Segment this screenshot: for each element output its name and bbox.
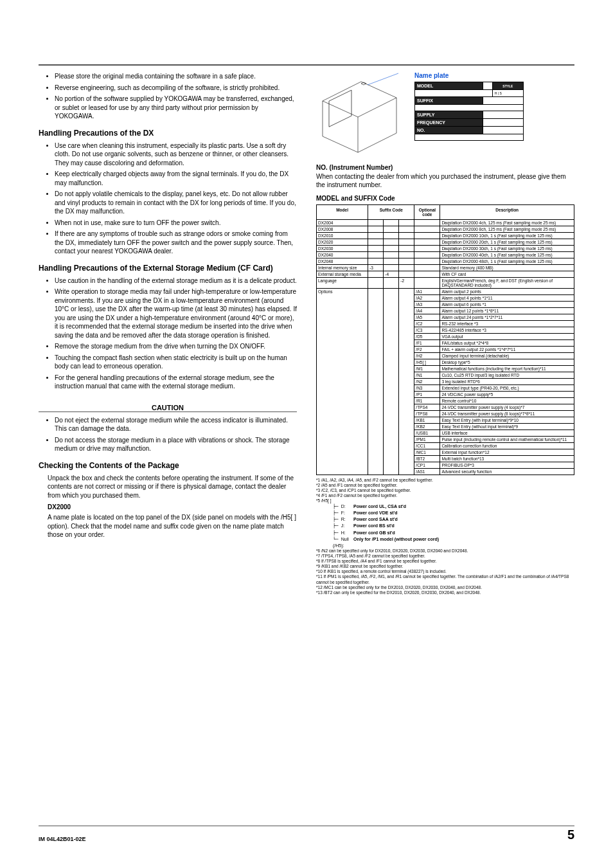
option-code: /M1 bbox=[414, 365, 440, 372]
option-desc: Pulse input (including remote control an… bbox=[440, 436, 574, 442]
lang-desc: English/German/French, deg F, and DST (E… bbox=[440, 277, 574, 288]
np-style: STYLE bbox=[492, 82, 523, 90]
model-cell: DX2010 bbox=[317, 232, 368, 239]
power-cord-row: J:Power cord BS st'd bbox=[333, 523, 574, 529]
power-cord-row: Null (/H5):Only for /P1 model (without p… bbox=[333, 536, 574, 548]
dx-precautions-list: Use care when cleaning this instrument, … bbox=[39, 141, 297, 256]
nameplate-table: MODEL STYLE H | S SUFFIX SUPPLY FREQUENC… bbox=[414, 82, 524, 141]
ext-desc: With CF card bbox=[440, 271, 574, 277]
package-heading: Checking the Contents of the Package bbox=[39, 461, 297, 470]
model-desc: Daqstation DX2000 48ch, 1 s (Fast sampli… bbox=[440, 258, 574, 264]
footnote: *3 /C2, /C3, and /CP1 cannot be specifie… bbox=[316, 488, 574, 493]
option-code: /KB1 bbox=[414, 417, 440, 423]
model-cell: DX2004 bbox=[317, 219, 368, 226]
option-code: /C2 bbox=[414, 320, 440, 327]
page: Please store the original media containi… bbox=[0, 0, 613, 868]
option-desc: Calibration correction function bbox=[440, 442, 574, 449]
option-desc: Alarm output 12 points *1*8*11 bbox=[440, 307, 574, 314]
option-desc: Alarm output 6 points *1 bbox=[440, 301, 574, 307]
list-item: Write operation to storage media may fai… bbox=[55, 287, 297, 339]
option-desc: 24 VDC/AC power supply*5 bbox=[440, 391, 574, 397]
np-supply: SUPPLY bbox=[415, 111, 483, 119]
footnote: *8 If /TPS8 is specified, /A4 and /F1 ca… bbox=[316, 559, 574, 564]
option-code: /USB1 bbox=[414, 429, 440, 436]
ext-precautions-heading: Handling Precautions of the External Sto… bbox=[39, 264, 297, 273]
svg-rect-0 bbox=[329, 90, 351, 127]
footnote: *1 /A1, /A2, /A3, /A4, /A5, and /F2 cann… bbox=[316, 478, 574, 483]
option-code: /KB2 bbox=[414, 423, 440, 429]
doc-number: IM 04L42B01-02E bbox=[39, 836, 86, 842]
option-desc: RS-232 interface *3 bbox=[440, 320, 574, 327]
np-suffix: SUFFIX bbox=[415, 97, 483, 105]
list-item: Do not access the storage medium in a pl… bbox=[55, 436, 297, 453]
th-suffix: Suffix Code bbox=[368, 204, 414, 219]
mem-desc: Standard memory (400 MB) bbox=[440, 264, 574, 271]
th-opt: Optional code bbox=[414, 204, 440, 219]
model-desc: Daqstation DX2000 8ch, 125 ms (Fast samp… bbox=[440, 226, 574, 232]
package-paragraph: Unpack the box and check the contents be… bbox=[48, 474, 297, 500]
list-item: When not in use, make sure to turn OFF t… bbox=[55, 219, 297, 228]
top-rule bbox=[39, 64, 574, 66]
caution-list: Do not eject the external storage medium… bbox=[39, 416, 297, 453]
page-number: 5 bbox=[567, 827, 574, 842]
option-desc: Mathematical functions (including the re… bbox=[440, 365, 574, 372]
np-h: H bbox=[495, 91, 497, 95]
right-column: Name plate MODEL STYLE H | S SUFFIX SUPP… bbox=[316, 72, 574, 595]
np-no: NO. bbox=[415, 127, 483, 134]
model-suffix-heading: MODEL and SUFFIX Code bbox=[316, 195, 574, 202]
model-cell: DX2030 bbox=[317, 245, 368, 251]
option-code: /CC1 bbox=[414, 442, 440, 449]
dx2000-subhead: DX2000 bbox=[48, 503, 297, 511]
list-item: Do not eject the external storage medium… bbox=[55, 416, 297, 433]
option-desc: Clamped input terminal (detachable) bbox=[440, 352, 574, 359]
option-code: /F2 bbox=[414, 346, 440, 352]
option-desc: Extended input type (PR40-20, Pt50, etc.… bbox=[440, 384, 574, 391]
np-s: S bbox=[499, 91, 501, 95]
power-cord-row: H:Power cord GB st'd bbox=[333, 530, 574, 536]
np-model: MODEL bbox=[415, 82, 483, 90]
list-item: If there are any symptoms of trouble suc… bbox=[55, 230, 297, 256]
dx2000-paragraph: A name plate is located on the top panel… bbox=[48, 513, 297, 539]
footnote: *13 /BT2 can only be specified for the D… bbox=[316, 590, 574, 595]
option-code: /C3 bbox=[414, 327, 440, 333]
option-desc: Remote control*10 bbox=[440, 397, 574, 404]
option-code: /A1 bbox=[414, 288, 440, 294]
intro-list: Please store the original media containi… bbox=[39, 72, 297, 121]
caution-heading: CAUTION bbox=[39, 399, 297, 412]
option-code: /N3 bbox=[414, 384, 440, 391]
option-desc: Advanced security function bbox=[440, 468, 574, 475]
option-desc: Alarm output 4 points *1*11 bbox=[440, 294, 574, 301]
no-heading: NO. (Instrument Number) bbox=[316, 163, 574, 172]
model-cell: DX2008 bbox=[317, 226, 368, 232]
footnote: *4 /F1 and /F2 cannot be specified toget… bbox=[316, 493, 574, 498]
footnote: *11 If /PM1 is specified, /A5, /F2, /M1,… bbox=[316, 574, 574, 584]
option-code: /TPS8 bbox=[414, 410, 440, 417]
left-column: Please store the original media containi… bbox=[39, 72, 297, 595]
option-code: /H5[ ] bbox=[414, 359, 440, 365]
dx-precautions-heading: Handling Precautions of the DX bbox=[39, 129, 297, 138]
option-code: /N1 bbox=[414, 372, 440, 378]
list-item: Remove the storage medium from the drive… bbox=[55, 342, 297, 351]
footnote: *12 /MC1 can be specified only for the D… bbox=[316, 585, 574, 590]
footnote: *5 /H5[ ] bbox=[316, 498, 574, 503]
list-item: Use caution in the handling of the exter… bbox=[55, 276, 297, 285]
option-desc: USB interface bbox=[440, 429, 574, 436]
power-cord-row: R:Power cord SAA st'd bbox=[333, 516, 574, 523]
option-desc: RS-422/485 interface *3 bbox=[440, 327, 574, 333]
page-footer: IM 04L42B01-02E 5 bbox=[39, 826, 574, 842]
model-suffix-table: Model Suffix Code Optional code Descript… bbox=[316, 204, 574, 475]
footnote: *9 /KB1 and /KB2 cannot be specified tog… bbox=[316, 564, 574, 569]
option-code: /A5 bbox=[414, 314, 440, 320]
option-desc: FAIL + alarm output 22 points *1*4*7*11 bbox=[440, 346, 574, 352]
option-desc: Cu10, Cu25 RTD input/3 leg isolated RTD bbox=[440, 372, 574, 378]
ext-precautions-list: Use caution in the handling of the exter… bbox=[39, 276, 297, 391]
th-model: Model bbox=[317, 204, 368, 219]
mem-label: Internal memory size bbox=[317, 264, 368, 271]
option-desc: 24-VDC transmitter power supply (8 loops… bbox=[440, 410, 574, 417]
option-code: /R1 bbox=[414, 397, 440, 404]
footnotes: *1 /A1, /A2, /A3, /A4, /A5, and /F2 cann… bbox=[316, 478, 574, 595]
option-desc: Alarm output 24 points *1*2*7*11 bbox=[440, 314, 574, 320]
list-item: Please store the original media containi… bbox=[55, 72, 297, 81]
option-code: /CP1 bbox=[414, 462, 440, 468]
model-cell: DX2020 bbox=[317, 239, 368, 245]
